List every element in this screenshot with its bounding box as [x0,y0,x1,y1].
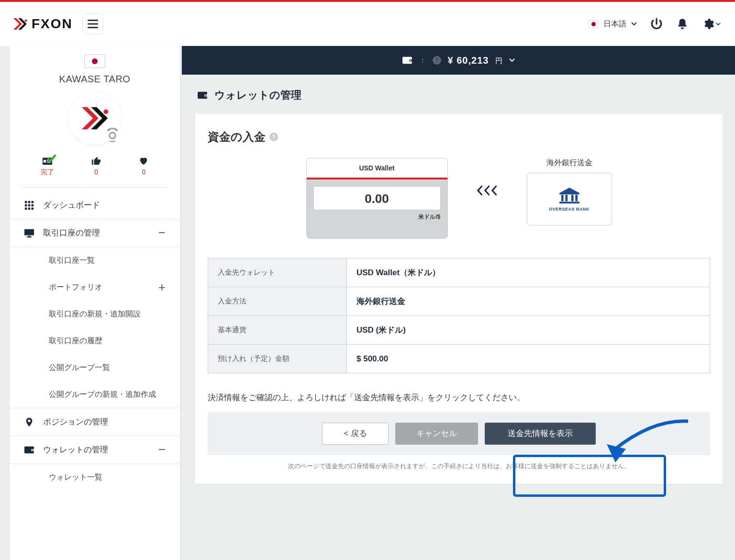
check-icon [46,153,56,164]
svg-rect-19 [28,235,31,236]
arrow-left-icon [477,184,498,197]
svg-point-26 [410,60,412,61]
collapse-icon: − [158,225,166,240]
sidebar-item-positions[interactable]: ポジションの管理 [10,408,180,436]
user-name: KAWASE TARO [10,74,180,85]
svg-rect-1 [88,20,98,21]
svg-rect-3 [88,27,98,28]
grid-icon [24,200,34,211]
balance-unit: 円 [495,56,502,66]
monitor-icon [24,228,34,238]
sidebar: KAWASE TARO 完了 0 0 [10,46,180,560]
svg-rect-34 [559,202,579,203]
logo[interactable]: FXON [11,15,73,33]
balance-bar[interactable]: ： ? ¥ 60,213 円 [182,46,735,75]
metric-value: 0 [142,168,145,176]
sidebar-sub-group-list[interactable]: 公開グループ一覧 [10,354,180,381]
language-label: 日本語 [603,19,626,29]
sidebar-item-label: 取引口座の管理 [43,227,100,238]
svg-rect-32 [571,195,573,201]
language-selector[interactable]: 日本語 [588,19,637,29]
svg-rect-17 [32,207,34,210]
metric-likes[interactable]: 0 [91,156,101,177]
heart-icon [138,156,149,166]
sidebar-sub-portfolio[interactable]: ポートフォリオ+ [10,274,180,301]
svg-rect-20 [27,236,32,237]
svg-rect-12 [25,204,27,206]
sidebar-sub-new-group[interactable]: 公開グループの新規・追加作成 [10,381,180,408]
wallet-icon [197,91,208,100]
help-icon[interactable]: ? [269,133,278,141]
svg-rect-30 [561,195,563,201]
svg-rect-18 [24,229,34,235]
logo-mark-icon [11,15,29,33]
expand-icon: + [158,280,166,295]
power-icon[interactable] [650,18,663,30]
wallet-unit: 米ドル/$ [307,210,447,238]
summary-table: 入金先ウォレットUSD Wallet（米ドル） 入金方法海外銀行送金 基本通貨U… [208,258,710,373]
bell-icon[interactable] [676,18,689,30]
wallet-input-box: USD Wallet 0.00 米ドル/$ [306,158,448,239]
bank-method-label: 海外銀行送金 [546,158,592,168]
svg-rect-31 [565,195,568,201]
action-bar: < 戻る キャンセル 送金先情報を表示 [208,412,710,455]
chevron-down-icon [509,58,515,62]
sidebar-item-label: ウォレットの管理 [43,444,108,455]
metric-complete[interactable]: 完了 [41,156,54,177]
camera-button[interactable] [105,128,120,142]
metric-favorites[interactable]: 0 [138,156,149,177]
sidebar-sub-new-account[interactable]: 取引口座の新規・追加開設 [10,301,180,327]
camera-icon [105,118,120,152]
sidebar-sub-account-list[interactable]: 取引口座一覧 [10,247,180,274]
hamburger-menu-button[interactable] [82,13,103,34]
sidebar-sub-account-history[interactable]: 取引口座の履歴 [10,327,180,354]
section-heading: 資金の入金 ? [208,129,710,145]
svg-rect-33 [575,195,578,201]
flag-jp-icon [588,21,599,28]
svg-rect-2 [88,23,98,25]
svg-rect-14 [32,204,34,206]
chevron-down-icon [631,22,637,26]
sidebar-item-accounts[interactable]: 取引口座の管理 − [10,219,180,247]
help-icon[interactable]: ? [433,56,441,65]
sidebar-item-label: ポジションの管理 [43,416,108,427]
wallet-icon [402,56,412,65]
deposit-card: 資金の入金 ? USD Wallet 0.00 米ドル/$ 海外銀行送金 [195,114,723,484]
chevron-down-icon [716,22,721,26]
sidebar-item-dashboard[interactable]: ダッシュボード [10,191,180,219]
logo-text: FXON [32,16,73,32]
cancel-button[interactable]: キャンセル [395,423,478,445]
metric-value: 0 [94,168,98,176]
metric-label: 完了 [41,168,54,177]
table-row: 入金方法海外銀行送金 [208,287,710,316]
sidebar-item-wallet[interactable]: ウォレットの管理 − [10,436,180,464]
page-title: ウォレットの管理 [197,88,735,102]
wallet-amount[interactable]: 0.00 [313,186,441,210]
highlight-box [513,455,666,497]
menu-icon [88,20,98,28]
table-row: 入金先ウォレットUSD Wallet（米ドル） [208,258,710,287]
bank-method-box[interactable]: OVERSEAS BANK [527,173,612,225]
svg-rect-11 [32,201,34,203]
bank-text: OVERSEAS BANK [549,207,590,212]
wallet-name: USD Wallet [307,158,447,178]
svg-point-23 [32,449,33,451]
sidebar-sub-wallet-list[interactable]: ウォレット一覧 [10,464,180,491]
svg-rect-9 [25,201,27,203]
svg-rect-10 [28,201,31,203]
bank-icon [557,187,581,205]
pin-icon [24,417,34,427]
settings-button[interactable] [702,18,721,30]
svg-point-4 [103,110,108,114]
svg-rect-13 [28,204,31,206]
disclaimer-text: 次のページで送金先の口座情報が表示されますが、この手続きにより当社は、お客様に送… [208,462,710,470]
svg-point-0 [25,20,27,22]
svg-point-29 [205,95,207,96]
avatar[interactable] [68,91,122,145]
back-button[interactable]: < 戻る [322,423,389,445]
user-flag-icon [84,55,105,68]
svg-rect-15 [25,207,27,210]
thumbs-up-icon [91,156,101,166]
svg-rect-16 [28,207,31,210]
show-transfer-info-button[interactable]: 送金先情報を表示 [485,423,596,445]
